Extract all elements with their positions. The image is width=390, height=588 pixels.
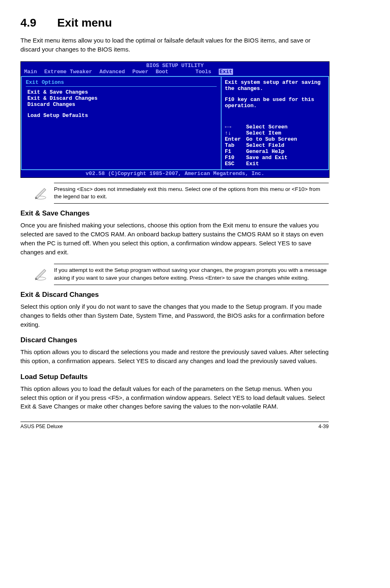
bios-key-name: Enter — [225, 136, 246, 142]
bios-tab-main: Main — [24, 69, 37, 75]
bios-divider — [26, 86, 217, 87]
arrows-lr-icon: ←→ — [225, 124, 246, 130]
bios-key-label: Select Item — [246, 130, 281, 136]
bios-key-tab: TabSelect Field — [225, 142, 325, 148]
bios-tab-row: Main Extreme Tweaker Advanced Power Boot… — [21, 69, 329, 76]
section-title-defaults: Load Setup Defaults — [20, 373, 329, 381]
footer-left: ASUS P5E Deluxe — [20, 424, 63, 429]
bios-item-exit-save: Exit & Save Changes — [26, 89, 217, 95]
section-body-defaults: This option allows you to load the defau… — [20, 384, 329, 411]
bios-key-label: Select Field — [246, 142, 285, 148]
bios-tab-spacer — [176, 69, 188, 75]
bios-copyright: v02.58 (C)Copyright 1985-2007, American … — [21, 170, 329, 177]
bios-exit-options-title: Exit Options — [26, 79, 217, 85]
bios-key-f1: F1General Help — [225, 148, 325, 155]
bios-key-arrows-ud: ↑↓Select Item — [225, 130, 325, 136]
bios-key-label: Go to Sub Screen — [246, 136, 297, 142]
section-body-exit-discard: Select this option only if you do not wa… — [20, 302, 329, 329]
bios-right-pane: Exit system setup after saving the chang… — [221, 76, 329, 170]
bios-key-name: F1 — [225, 148, 246, 155]
pencil-icon — [33, 184, 48, 202]
bios-key-esc: ESCExit — [225, 161, 325, 167]
note-block-1: Pressing <Esc> does not immediately exit… — [33, 183, 329, 204]
bios-key-enter: EnterGo to Sub Screen — [225, 136, 325, 142]
note-text-2: If you attempt to exit the Setup program… — [54, 264, 329, 285]
page-heading: 4.9Exit menu — [20, 16, 329, 29]
bios-key-block: ←→Select Screen ↑↓Select Item EnterGo to… — [225, 124, 325, 167]
section-body-exit-save: Once you are finished making your select… — [20, 221, 329, 256]
bios-key-label: Exit — [246, 161, 259, 167]
bios-tab-exit: Exit — [219, 69, 233, 75]
bios-tab-boot: Boot — [156, 69, 168, 75]
bios-key-name: F10 — [225, 155, 246, 161]
bios-help-text-2: F10 key can be used for this operation. — [225, 97, 325, 109]
bios-tab-advanced: Advanced — [99, 69, 125, 75]
bios-item-defaults: Load Setup Defaults — [26, 112, 217, 119]
intro-paragraph: The Exit menu items allow you to load th… — [20, 36, 329, 54]
bios-screenshot: BIOS SETUP UTILITY Main Extreme Tweaker … — [20, 61, 329, 178]
arrows-ud-icon: ↑↓ — [225, 130, 246, 136]
note-block-2: If you attempt to exit the Setup program… — [33, 264, 329, 285]
bios-key-label: General Help — [246, 148, 285, 155]
heading-title: Exit menu — [57, 16, 112, 29]
bios-item-discard: Discard Changes — [26, 101, 217, 108]
heading-number: 4.9 — [20, 16, 57, 29]
footer-right: 4-39 — [318, 424, 329, 429]
bios-titlebar: BIOS SETUP UTILITY — [21, 62, 329, 69]
bios-key-label: Select Screen — [246, 124, 287, 130]
bios-key-arrows-lr: ←→Select Screen — [225, 124, 325, 130]
bios-key-f10: F10Save and Exit — [225, 155, 325, 161]
note-text-1: Pressing <Esc> does not immediately exit… — [54, 183, 329, 204]
svg-marker-4 — [36, 269, 46, 280]
section-title-exit-save: Exit & Save Changes — [20, 209, 329, 218]
section-title-discard: Discard Changes — [20, 336, 329, 344]
bios-item-exit-discard: Exit & Discard Changes — [26, 95, 217, 101]
svg-marker-1 — [36, 188, 46, 198]
bios-help-text-1: Exit system setup after saving the chang… — [225, 79, 325, 92]
bios-tab-power: Power — [132, 69, 148, 75]
pencil-icon — [33, 265, 48, 283]
bios-body: Exit Options Exit & Save Changes Exit & … — [21, 76, 329, 170]
bios-key-name: Tab — [225, 142, 246, 148]
bios-tab-tools: Tools — [195, 69, 211, 75]
bios-tab-tweaker: Extreme Tweaker — [44, 69, 92, 75]
bios-left-pane: Exit Options Exit & Save Changes Exit & … — [21, 76, 221, 170]
section-body-discard: This option allows you to discard the se… — [20, 348, 329, 366]
bios-key-label: Save and Exit — [246, 155, 287, 161]
page-footer: ASUS P5E Deluxe 4-39 — [20, 422, 329, 429]
bios-key-name: ESC — [225, 161, 246, 167]
section-title-exit-discard: Exit & Discard Changes — [20, 291, 329, 299]
